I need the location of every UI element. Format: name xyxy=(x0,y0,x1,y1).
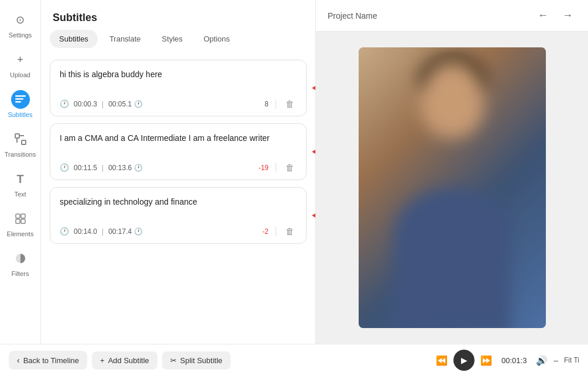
time-separator-3: | xyxy=(102,227,104,236)
redo-button[interactable]: → xyxy=(559,7,576,24)
forward-button[interactable]: ⏩ xyxy=(480,355,492,366)
clock-icon-end-3: 🕐 xyxy=(134,227,143,236)
subtitles-panel: Subtitles Subtitles Translate Styles Opt… xyxy=(41,0,316,344)
svg-rect-7 xyxy=(16,214,20,218)
sidebar-item-transitions[interactable]: Transitions xyxy=(0,125,40,163)
time-separator-1: | xyxy=(102,100,104,108)
time-start-2: 00:11.5 xyxy=(74,164,97,172)
upload-icon: + xyxy=(11,50,30,69)
elements-icon xyxy=(11,209,30,228)
time-display: 00:01:3 xyxy=(498,356,530,365)
sidebar-item-settings[interactable]: ⊙ Settings xyxy=(0,6,40,43)
blur-overlay xyxy=(359,47,546,328)
transitions-icon xyxy=(11,130,30,149)
subtitles-list: hi this is algebra buddy here 🕐 00:00.3 … xyxy=(41,54,315,344)
sidebar-label-transitions: Transitions xyxy=(5,151,36,158)
sidebar-item-filters[interactable]: Filters xyxy=(0,244,40,282)
tab-subtitles[interactable]: Subtitles xyxy=(50,30,98,48)
clock-icon-1: 🕐 xyxy=(60,99,69,108)
playback-controls: ⏪ ▶ ⏩ 00:01:3 🔊 – Fit Ti xyxy=(436,350,579,371)
delete-subtitle-1[interactable]: 🗑 xyxy=(283,98,297,110)
delete-subtitle-3[interactable]: 🗑 xyxy=(283,225,297,237)
video-header: Project Name ← → xyxy=(316,0,588,32)
svg-rect-10 xyxy=(21,219,25,223)
subtitle-card-2: I am a CMA and a CA Intermediate I am a … xyxy=(50,123,307,180)
chevron-left-icon: ‹ xyxy=(17,356,20,365)
fit-label: Fit Ti xyxy=(564,356,579,364)
panel-title: Subtitles xyxy=(41,0,315,30)
sidebar-item-elements[interactable]: Elements xyxy=(0,205,40,242)
volume-button[interactable]: 🔊 xyxy=(536,355,548,366)
delete-subtitle-2[interactable]: 🗑 xyxy=(283,161,297,174)
sidebar-label-elements: Elements xyxy=(7,230,34,237)
svg-rect-2 xyxy=(15,101,21,103)
tab-styles[interactable]: Styles xyxy=(153,30,192,48)
sidebar-label-upload: Upload xyxy=(10,71,30,78)
sidebar-label-subtitles: Subtitles xyxy=(8,111,32,118)
split-subtitle-button[interactable]: ✂ Split Subtitle xyxy=(162,351,231,370)
subtitle-text-1[interactable]: hi this is algebra buddy here xyxy=(60,68,297,92)
subtitle-text-2[interactable]: I am a CMA and a CA Intermediate I am a … xyxy=(60,132,297,156)
settings-icon: ⊙ xyxy=(11,11,30,29)
subtitles-icon xyxy=(11,90,30,109)
sidebar-item-subtitles[interactable]: Subtitles xyxy=(0,85,40,123)
svg-rect-0 xyxy=(15,95,26,97)
subtitle-text-3[interactable]: specializing in technology and finance xyxy=(60,196,297,219)
subtitle-card-3: specializing in technology and finance 🕐… xyxy=(50,187,307,244)
time-end-2: 00:13.6 🕐 xyxy=(108,164,143,172)
svg-rect-9 xyxy=(16,219,20,223)
rewind-button[interactable]: ⏪ xyxy=(436,355,448,366)
video-frame xyxy=(359,47,546,328)
subtitle-badge-3: -2 xyxy=(262,227,269,236)
clock-icon-3: 🕐 xyxy=(60,227,69,236)
minus-label: – xyxy=(553,356,558,365)
subtitle-badge-1: 8 xyxy=(264,100,269,108)
back-to-timeline-button[interactable]: ‹ Back to Timeline xyxy=(9,351,87,370)
svg-rect-4 xyxy=(22,140,26,144)
tab-options[interactable]: Options xyxy=(194,30,239,48)
video-area: Project Name ← → xyxy=(316,0,588,344)
video-preview xyxy=(316,32,588,344)
sidebar-label-filters: Filters xyxy=(12,270,29,277)
subtitle-meta-3: 🕐 00:14.0 | 00:17.4 🕐 -2 🗑 xyxy=(60,225,297,237)
clock-icon-end-1: 🕐 xyxy=(134,100,143,108)
sidebar-item-text[interactable]: T Text xyxy=(0,165,40,202)
tabs-row: Subtitles Translate Styles Options xyxy=(41,30,315,48)
play-button[interactable]: ▶ xyxy=(453,350,474,371)
sidebar-item-upload[interactable]: + Upload xyxy=(0,46,40,83)
undo-button[interactable]: ← xyxy=(534,7,552,24)
tab-translate[interactable]: Translate xyxy=(100,30,150,48)
time-separator-2: | xyxy=(102,164,104,172)
svg-rect-8 xyxy=(21,214,25,218)
svg-rect-1 xyxy=(15,98,23,100)
subtitle-card-1: hi this is algebra buddy here 🕐 00:00.3 … xyxy=(50,60,307,116)
sidebar-label-text: Text xyxy=(14,191,26,198)
clock-icon-end-2: 🕐 xyxy=(134,164,143,172)
time-start-3: 00:14.0 xyxy=(74,227,97,236)
time-end-3: 00:17.4 🕐 xyxy=(108,227,143,236)
subtitle-badge-2: -19 xyxy=(259,164,269,172)
time-start-1: 00:00.3 xyxy=(74,100,97,108)
subtitle-meta-1: 🕐 00:00.3 | 00:05.1 🕐 8 🗑 xyxy=(60,98,297,110)
clock-icon-2: 🕐 xyxy=(60,163,69,172)
subtitle-meta-2: 🕐 00:11.5 | 00:13.6 🕐 -19 🗑 xyxy=(60,161,297,174)
bottom-toolbar: ‹ Back to Timeline + Add Subtitle ✂ Spli… xyxy=(0,344,588,376)
add-subtitle-button[interactable]: + Add Subtitle xyxy=(92,351,157,370)
sidebar: ⊙ Settings + Upload Subtitles xyxy=(0,0,41,344)
sidebar-label-settings: Settings xyxy=(9,32,32,39)
plus-icon: + xyxy=(100,356,105,365)
text-icon: T xyxy=(11,170,30,188)
time-end-1: 00:05.1 🕐 xyxy=(108,100,143,108)
filters-icon xyxy=(11,249,30,268)
svg-rect-3 xyxy=(15,134,19,138)
project-name: Project Name xyxy=(328,11,527,20)
scissors-icon: ✂ xyxy=(170,356,177,365)
video-background xyxy=(359,47,546,328)
